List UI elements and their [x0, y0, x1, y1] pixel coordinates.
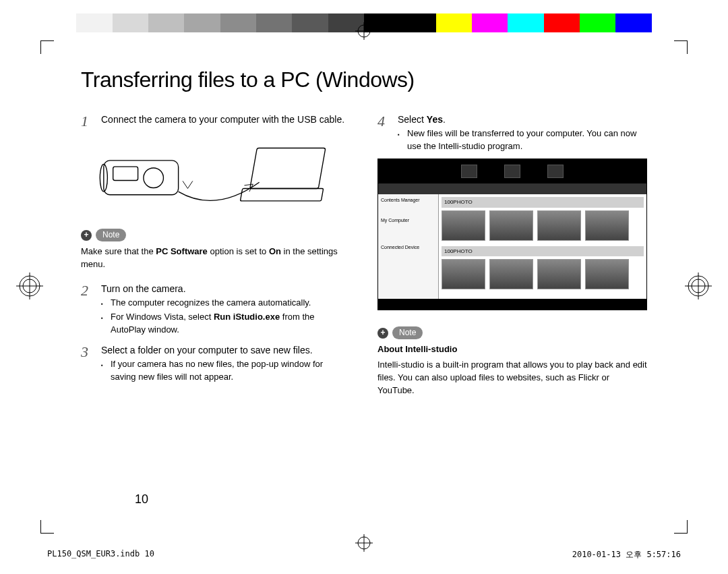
ss-thumbnail	[489, 259, 533, 289]
intelli-studio-screenshot: Contents Manager My Computer Connected D…	[377, 159, 647, 310]
plus-circle-icon: +	[81, 230, 92, 241]
note-badge: + Note	[377, 326, 423, 339]
svg-rect-18	[250, 148, 326, 188]
registration-mark-icon	[355, 22, 373, 40]
step-text: Select Yes.	[398, 113, 647, 126]
camera-laptop-illustration	[81, 136, 351, 217]
registration-mark-icon	[16, 272, 43, 302]
print-footer: PL150_QSM_EUR3.indb 10 2010-01-13 오후 5:5…	[47, 549, 681, 561]
page-content: Transferring files to a PC (Windows) 1 C…	[81, 67, 647, 507]
step-bullet: For Windows Vista, select Run iStudio.ex…	[101, 311, 351, 337]
step-bullet: If your camera has no new files, the pop…	[101, 358, 351, 384]
step-number: 3	[81, 343, 94, 384]
ss-thumbnail	[585, 210, 629, 241]
note-2-heading: About Intelli-studio	[377, 343, 647, 356]
ss-thumbnail	[489, 210, 533, 241]
footer-filename: PL150_QSM_EUR3.indb 10	[47, 549, 154, 561]
step-number: 1	[81, 113, 94, 129]
page-number: 10	[135, 492, 148, 507]
crop-mark-icon	[674, 520, 688, 534]
svg-rect-14	[104, 161, 179, 195]
svg-rect-19	[240, 188, 323, 200]
plus-circle-icon: +	[377, 328, 388, 339]
note-2-body: Intelli-studio is a built-in program tha…	[377, 359, 647, 397]
ss-folder-label: 100PHOTO	[442, 246, 644, 257]
footer-timestamp: 2010-01-13 오후 5:57:16	[572, 549, 681, 561]
page-title: Transferring files to a PC (Windows)	[81, 67, 647, 92]
ss-thumbnail	[442, 259, 485, 289]
crop-mark-icon	[674, 40, 688, 54]
note-label-text: Note	[392, 326, 423, 339]
svg-point-16	[144, 168, 164, 188]
step-4: 4 Select Yes. New files will be transfer…	[377, 113, 647, 153]
ss-folder-label: 100PHOTO	[442, 197, 644, 208]
ss-side-label: Connected Device	[381, 244, 435, 251]
step-text: Select a folder on your computer to save…	[101, 343, 351, 357]
ss-thumbnail	[537, 259, 581, 289]
ss-library-icon	[461, 165, 477, 178]
step-number: 4	[377, 113, 391, 153]
ss-thumbnail	[442, 210, 485, 241]
step-bullet: New files will be transferred to your co…	[398, 127, 647, 153]
step-text: Connect the camera to your computer with…	[101, 113, 351, 129]
step-number: 2	[81, 282, 94, 337]
note-badge: + Note	[81, 229, 126, 241]
crop-mark-icon	[40, 520, 54, 534]
step-3: 3 Select a folder on your computer to sa…	[81, 343, 351, 384]
crop-mark-icon	[40, 40, 54, 54]
svg-rect-17	[113, 167, 138, 180]
right-column: 4 Select Yes. New files will be transfer…	[377, 113, 647, 397]
ss-side-label: My Computer	[381, 217, 435, 224]
note-label-text: Note	[96, 229, 126, 241]
ss-side-label: Contents Manager	[381, 197, 435, 204]
ss-movie-icon	[547, 165, 564, 178]
left-column: 1 Connect the camera to your computer wi…	[81, 113, 351, 397]
ss-thumbnail	[537, 210, 581, 241]
ss-thumbnail	[585, 259, 629, 289]
step-1: 1 Connect the camera to your computer wi…	[81, 113, 351, 129]
note-1-text: Make sure that the PC Software option is…	[81, 246, 351, 271]
step-2: 2 Turn on the camera. The computer recog…	[81, 282, 351, 337]
ss-photo-icon	[504, 165, 520, 178]
step-text: Turn on the camera.	[101, 282, 351, 295]
step-bullet: The computer recognizes the camera autom…	[101, 297, 351, 310]
registration-mark-icon	[685, 272, 712, 302]
